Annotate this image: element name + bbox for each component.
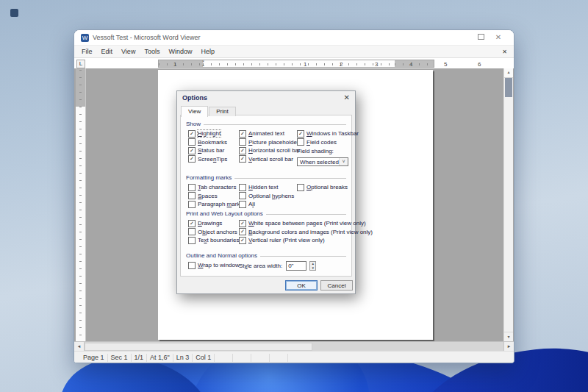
checkbox-label: Tab characters xyxy=(198,184,236,190)
status-cell-col: Col 1 xyxy=(193,354,215,362)
close-button[interactable]: ✕ xyxy=(490,31,507,44)
unchecked-checkbox-icon xyxy=(297,138,304,146)
checkbox-label: All xyxy=(248,201,255,207)
title-bar: W Vessoft Test - Microsoft Word Viewer ✕ xyxy=(74,30,514,45)
checkbox-bookmarks[interactable]: Bookmarks xyxy=(188,138,227,147)
checkbox-label: Field codes xyxy=(306,139,337,146)
checkbox-wrap-to-window[interactable]: Wrap to window xyxy=(188,261,240,270)
style-area-width-label: Style area width: xyxy=(239,263,282,269)
cancel-button[interactable]: Cancel xyxy=(320,280,353,291)
checkbox-highlight[interactable]: ✓Highlight xyxy=(188,129,227,138)
desktop-icon[interactable] xyxy=(10,9,18,17)
ok-button[interactable]: OK xyxy=(285,280,318,291)
checkbox-picture-placeholders[interactable]: Picture placeholders xyxy=(239,138,302,147)
desktop: W Vessoft Test - Microsoft Word Viewer ✕… xyxy=(0,0,588,392)
vertical-scroll-thumb[interactable] xyxy=(505,78,512,97)
status-cell-sec: Sec 1 xyxy=(108,354,132,362)
checkbox-label: Windows in Taskbar xyxy=(306,130,359,137)
vertical-ruler[interactable] xyxy=(76,68,86,341)
checkbox-vertical-scroll-bar[interactable]: ✓Vertical scroll bar xyxy=(239,155,302,164)
checkbox-label: Spaces xyxy=(198,193,218,199)
checkbox-vertical-ruler-print-view-only[interactable]: ✓Vertical ruler (Print view only) xyxy=(239,236,373,245)
checkbox-spaces[interactable]: Spaces xyxy=(188,192,243,201)
menu-item-edit[interactable]: Edit xyxy=(97,48,118,55)
checkbox-status-bar[interactable]: ✓Status bar xyxy=(188,146,227,155)
checkbox-label: ScreenTips xyxy=(198,156,227,163)
checkbox-screentips[interactable]: ✓ScreenTips xyxy=(188,155,227,164)
dialog-group-formatting-marks: Formatting marksTab charactersSpacesPara… xyxy=(186,174,346,181)
checkbox-object-anchors[interactable]: Object anchors xyxy=(188,228,239,237)
checkbox-label: Picture placeholders xyxy=(248,139,302,146)
menu-item-view[interactable]: View xyxy=(117,48,140,55)
checkbox-field-codes[interactable]: Field codes xyxy=(297,138,359,147)
checkbox-label: Drawings xyxy=(198,220,222,227)
checkbox-drawings[interactable]: ✓Drawings xyxy=(188,219,239,228)
dialog-tab-view[interactable]: View xyxy=(181,106,208,117)
scroll-up-icon[interactable]: ▴ xyxy=(504,68,513,78)
unchecked-checkbox-icon xyxy=(188,192,196,199)
checkbox-optional-hyphens[interactable]: Optional hyphens xyxy=(239,192,294,201)
checked-checkbox-icon: ✓ xyxy=(239,130,246,138)
checkbox-background-colors-and-images-print-view-only[interactable]: ✓Background colors and images (Print vie… xyxy=(239,228,373,237)
checkbox-label: Text boundaries xyxy=(198,237,239,243)
horizontal-ruler[interactable]: ▾▴ 1123456 xyxy=(158,60,434,68)
menu-item-window[interactable]: Window xyxy=(164,48,196,55)
menu-item-file[interactable]: File xyxy=(77,48,97,55)
ruler-number: 3 xyxy=(375,60,378,68)
menu-bar: FileEditViewToolsWindowHelp ✕ xyxy=(74,45,514,58)
checkbox-hidden-text[interactable]: Hidden text xyxy=(239,183,294,192)
checkbox-label: Vertical scroll bar xyxy=(248,156,293,163)
options-dialog: Options ✕ ViewPrint Show✓HighlightBookma… xyxy=(176,90,356,294)
status-cell-at: At 1,6" xyxy=(147,354,173,362)
ruler-number: 6 xyxy=(478,60,481,68)
dialog-title-bar: Options ✕ xyxy=(177,91,355,104)
checkbox-tab-characters[interactable]: Tab characters xyxy=(188,183,243,192)
menu-item-tools[interactable]: Tools xyxy=(140,48,164,55)
spinner-down-icon[interactable]: ▾ xyxy=(310,266,315,271)
checkbox-optional-breaks[interactable]: Optional breaks xyxy=(297,183,348,192)
ruler-number: 1 xyxy=(304,60,306,68)
document-close-icon[interactable]: ✕ xyxy=(502,49,511,55)
ruler-number: 1 xyxy=(173,60,176,68)
checked-checkbox-icon: ✓ xyxy=(297,130,304,138)
group-title: Formatting marks xyxy=(186,174,232,181)
checkbox-windows-in-taskbar[interactable]: ✓Windows in Taskbar xyxy=(297,129,359,138)
checkbox-label: Optional hyphens xyxy=(248,193,294,199)
style-area-width-spinner[interactable]: ▴▾ xyxy=(309,261,316,271)
checkbox-label: Bookmarks xyxy=(198,139,227,146)
checkbox-paragraph-marks[interactable]: Paragraph marks xyxy=(188,200,243,209)
checkbox-horizontal-scroll-bar[interactable]: ✓Horizontal scroll bar xyxy=(239,146,302,155)
checkbox-text-boundaries[interactable]: Text boundaries xyxy=(188,236,239,245)
unchecked-checkbox-icon xyxy=(188,228,196,235)
dialog-group-print-and-web-layout-options: Print and Web Layout options✓DrawingsObj… xyxy=(186,210,346,217)
dialog-tab-print[interactable]: Print xyxy=(209,107,235,116)
field-shading-select[interactable]: When selected˅ xyxy=(297,157,348,166)
scroll-down-icon[interactable]: ▾ xyxy=(504,332,513,341)
group-title: Print and Web Layout options xyxy=(186,210,263,217)
status-cell-empty xyxy=(251,354,270,362)
menu-item-help[interactable]: Help xyxy=(196,48,219,55)
indent-marker-icon[interactable]: ▾▴ xyxy=(201,60,206,68)
vertical-scrollbar[interactable]: ▴ ▾ xyxy=(503,68,513,341)
checkbox-label: Hidden text xyxy=(248,184,278,190)
status-bar: Page 1Sec 11/1At 1,6"Ln 3Col 1 ◢ xyxy=(74,351,514,363)
dialog-panel: Show✓HighlightBookmarks✓Status bar✓Scree… xyxy=(180,115,352,277)
dialog-tabs: ViewPrint xyxy=(181,106,237,117)
checkbox-white-space-between-pages-print-view-only[interactable]: ✓White space between pages (Print view o… xyxy=(239,219,373,228)
horizontal-scroll-thumb[interactable] xyxy=(85,343,312,351)
style-area-width-input[interactable]: 0" xyxy=(286,261,306,271)
checked-checkbox-icon: ✓ xyxy=(188,130,196,138)
status-cell-empty xyxy=(233,354,251,362)
checkbox-label: White space between pages (Print view on… xyxy=(248,220,366,227)
chevron-down-icon: ˅ xyxy=(339,158,348,165)
group-title: Outline and Normal options xyxy=(186,252,257,259)
horizontal-scrollbar[interactable]: ◂ ▸ xyxy=(74,341,514,352)
maximize-button[interactable] xyxy=(472,31,490,44)
group-separator-line xyxy=(260,256,346,257)
checkbox-all[interactable]: All xyxy=(239,200,294,209)
checkbox-label: Status bar xyxy=(198,147,224,154)
dialog-close-icon[interactable]: ✕ xyxy=(344,92,350,104)
checked-checkbox-icon: ✓ xyxy=(188,155,196,163)
tab-stop-selector[interactable]: L xyxy=(76,60,85,68)
checkbox-animated-text[interactable]: ✓Animated text xyxy=(239,129,302,138)
